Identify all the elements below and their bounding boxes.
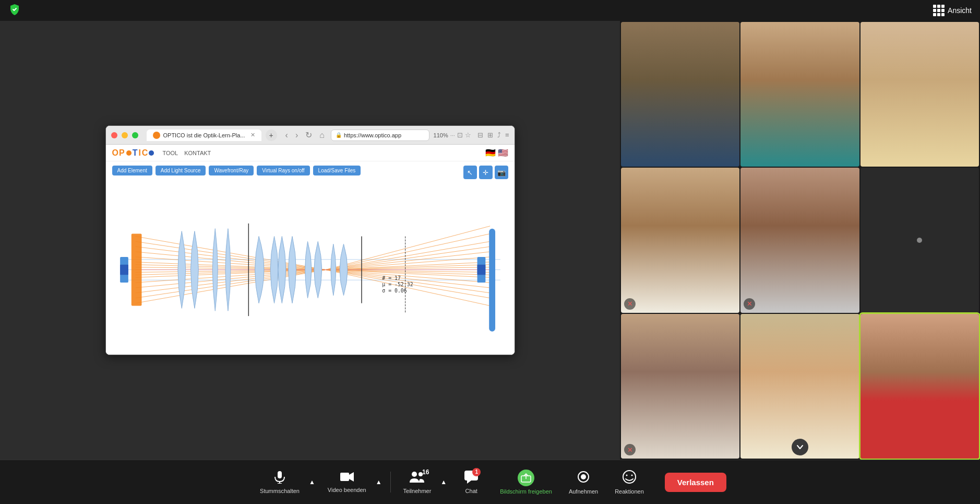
svg-rect-43 <box>489 229 495 332</box>
mute-button[interactable]: Stummschalten <box>254 466 306 498</box>
chat-icon-container: 1 <box>464 470 479 486</box>
chat-badge: 1 <box>472 468 481 476</box>
optic-tool-icons: ↖ ✛ 📷 <box>463 166 508 179</box>
menu-tool[interactable]: TOOL <box>162 150 178 156</box>
video-cell-7: ✕ <box>621 314 739 459</box>
svg-marker-59 <box>467 480 471 484</box>
muted-icon-5: ✕ <box>744 298 755 310</box>
participants-options-arrow[interactable]: ▲ <box>438 476 449 488</box>
zoom-controls: 110% ··· ⊡ ☆ <box>434 131 471 139</box>
home-button[interactable]: ⌂ <box>317 130 327 141</box>
record-button[interactable]: Aufnehmen <box>563 465 604 499</box>
close-button[interactable] <box>111 132 117 138</box>
mute-options-arrow[interactable]: ▲ <box>307 476 317 488</box>
flag-area: 🇩🇪 🇺🇸 <box>485 148 508 158</box>
flag-de[interactable]: 🇩🇪 <box>485 148 496 158</box>
svg-point-56 <box>412 472 417 477</box>
video-cell-2 <box>740 22 859 167</box>
mute-group: Stummschalten ▲ <box>254 466 317 498</box>
optico-logo: OP T I C <box>112 148 154 158</box>
record-icon <box>576 470 591 486</box>
chat-label: Chat <box>465 488 477 494</box>
share-screen-button[interactable]: Bildschirm freigeben <box>494 465 558 499</box>
new-tab-button[interactable]: + <box>266 130 277 141</box>
flag-us[interactable]: 🇺🇸 <box>498 148 508 158</box>
bottom-toolbar: Stummschalten ▲ Video beenden ▲ <box>0 460 980 504</box>
video-options-arrow[interactable]: ▲ <box>374 476 384 488</box>
tab-close[interactable]: ✕ <box>250 132 255 138</box>
scroll-down-button[interactable] <box>792 439 808 455</box>
chat-button[interactable]: 1 Chat <box>453 466 489 498</box>
lock-icon: 🔒 <box>336 132 342 138</box>
mute-label: Stummschalten <box>260 488 300 494</box>
main-content: OPTICO ist die Optik-Lern-Pla... ✕ + ‹ ›… <box>0 21 980 460</box>
minimize-button[interactable] <box>122 132 128 138</box>
maximize-button[interactable] <box>132 132 138 138</box>
muted-icon-7: ✕ <box>624 444 636 455</box>
svg-line-21 <box>326 234 490 270</box>
svg-text:μ = -52.32: μ = -52.32 <box>382 282 413 287</box>
ansicht-label: Ansicht <box>948 6 972 15</box>
browser-window: OPTICO ist die Optik-Lern-Pla... ✕ + ‹ ›… <box>105 125 515 355</box>
browser-chrome: OPTICO ist die Optik-Lern-Pla... ✕ + ‹ ›… <box>106 126 515 145</box>
svg-point-63 <box>581 474 586 479</box>
pointer-tool[interactable]: ↖ <box>463 166 477 179</box>
video-cell-5: ✕ <box>740 168 859 312</box>
participants-label: Teilnehmer <box>403 488 432 494</box>
split-view[interactable]: ⊞ <box>487 131 493 139</box>
video-grid: ✕ ✕ ✕ <box>620 21 980 460</box>
reactions-label: Reaktionen <box>615 488 644 495</box>
security-indicator <box>8 3 21 18</box>
svg-line-23 <box>326 247 490 269</box>
browser-menu[interactable]: ≡ <box>505 131 509 139</box>
wavefront-button[interactable]: Wavefront/Ray <box>209 166 254 175</box>
address-bar[interactable]: 🔒 https://www.optico.app <box>331 130 429 141</box>
back-button[interactable]: ‹ <box>283 130 290 141</box>
grid-icon <box>933 5 945 16</box>
separator-1 <box>390 472 391 493</box>
svg-rect-39 <box>131 234 141 306</box>
share-label: Bildschirm freigeben <box>500 488 552 495</box>
virtual-rays-button[interactable]: Virtual Rays on/off <box>257 166 309 175</box>
more-options[interactable]: ··· <box>450 132 455 138</box>
svg-rect-48 <box>120 265 128 275</box>
add-light-source-button[interactable]: Add Light Source <box>156 166 206 175</box>
optico-menus: TOOL KONTAKT <box>162 150 211 156</box>
video-cell-4: ✕ <box>621 168 739 312</box>
browser-nav: ‹ › ↻ ⌂ <box>283 129 327 141</box>
participants-button[interactable]: 16 Teilnehmer <box>397 466 438 498</box>
sidebar-toggle[interactable]: ⊟ <box>477 131 483 139</box>
microphone-icon <box>273 470 286 486</box>
crosshair-tool[interactable]: ✛ <box>479 166 493 179</box>
svg-marker-55 <box>349 472 354 482</box>
optico-toolbar: OP T I C TOOL KONTAKT 🇩🇪 🇺🇸 <box>106 145 515 161</box>
video-cell-6 <box>861 168 979 312</box>
reactions-button[interactable]: Reaktionen <box>608 465 650 499</box>
refresh-button[interactable]: ↻ <box>303 129 314 141</box>
video-camera-icon <box>340 471 354 485</box>
load-save-button[interactable]: Load/Save Files <box>313 166 361 175</box>
video-cell-active-speaker <box>861 314 979 459</box>
svg-point-65 <box>626 475 627 476</box>
participants-icon: 16 <box>409 470 425 486</box>
leave-button[interactable]: Verlassen <box>665 473 726 492</box>
video-cell-1 <box>621 22 739 167</box>
record-label: Aufnehmen <box>569 488 598 495</box>
reader-view[interactable]: ⊡ <box>457 131 463 139</box>
bookmark-icon[interactable]: ☆ <box>465 131 471 139</box>
video-button[interactable]: Video beenden <box>321 467 373 497</box>
svg-text:# = 17: # = 17 <box>382 275 401 281</box>
forward-button[interactable]: › <box>293 130 300 141</box>
browser-content: OP T I C TOOL KONTAKT 🇩🇪 🇺🇸 <box>106 145 515 355</box>
optic-buttons: Add Element Add Light Source Wavefront/R… <box>106 161 515 180</box>
share-page[interactable]: ⤴ <box>497 131 501 139</box>
menu-kontakt[interactable]: KONTAKT <box>184 150 211 156</box>
ansicht-button[interactable]: Ansicht <box>933 5 972 16</box>
camera-tool[interactable]: 📷 <box>495 166 508 179</box>
screen-share-area: OPTICO ist die Optik-Lern-Pla... ✕ + ‹ ›… <box>0 21 620 460</box>
zoom-level: 110% <box>434 132 448 138</box>
add-element-button[interactable]: Add Element <box>112 166 152 175</box>
participants-group: 16 Teilnehmer ▲ <box>397 466 449 498</box>
svg-point-66 <box>631 475 632 476</box>
svg-rect-50 <box>477 265 485 275</box>
